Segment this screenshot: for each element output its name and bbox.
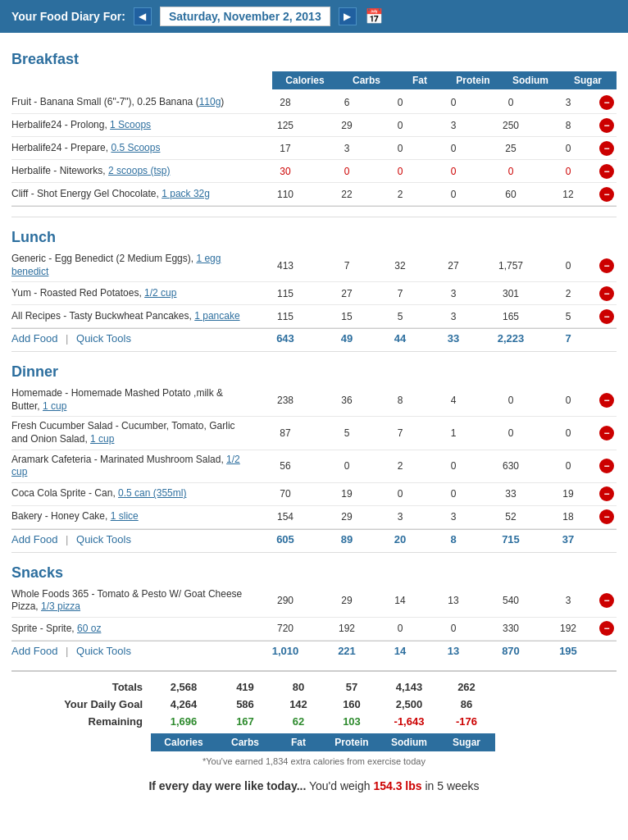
remove-food-button[interactable]: − <box>599 118 614 133</box>
food-fat: 0 <box>375 619 425 637</box>
bottom-col-fat: Fat <box>274 733 323 751</box>
prev-date-button[interactable]: ◀ <box>134 7 152 25</box>
lunch-title: Lunch <box>11 229 617 246</box>
next-date-button[interactable]: ▶ <box>339 7 357 25</box>
remove-food-button[interactable]: − <box>599 593 614 608</box>
food-serving-link[interactable]: 1 Scoops <box>110 119 151 130</box>
remaining-row: Remaining 1,696 167 62 103 -1,643 -176 <box>11 713 617 730</box>
bottom-weight: 154.3 lbs <box>373 779 421 792</box>
food-serving-link[interactable]: 60 oz <box>77 623 101 634</box>
daily-goal-row: Your Daily Goal 4,264 586 142 160 2,500 … <box>11 696 617 713</box>
table-row: All Recipes - Tasty Buckwheat Pancakes, … <box>11 305 617 328</box>
quick-tools-link[interactable]: Quick Tools <box>76 533 131 546</box>
remove-food-button[interactable]: − <box>599 309 614 324</box>
food-serving-link[interactable]: 1 pack 32g <box>162 188 210 199</box>
food-name: Sprite - Sprite, 60 oz <box>11 619 253 639</box>
remaining-protein: 103 <box>323 715 380 728</box>
remove-food-button[interactable]: − <box>599 621 614 636</box>
food-serving-link[interactable]: 2 scoops (tsp) <box>108 165 170 176</box>
food-serving-link[interactable]: 1 pancake <box>194 310 239 322</box>
food-calories: 720 <box>253 619 318 637</box>
summary-totals-row: Totals 2,568 419 80 57 4,143 262 <box>11 678 617 696</box>
food-serving-link[interactable]: 1 slice <box>111 510 139 522</box>
summary-total-fat: 80 <box>274 681 323 693</box>
food-carbs: 5 <box>318 424 375 442</box>
calendar-icon[interactable]: 📅 <box>365 7 383 25</box>
quick-tools-link[interactable]: Quick Tools <box>76 645 131 657</box>
food-name: Fruit - Banana Small (6"-7"), 0.25 Banan… <box>11 93 253 112</box>
food-sodium: 0 <box>482 391 539 409</box>
food-calories: 56 <box>253 457 318 475</box>
remaining-calories: 1,696 <box>151 715 216 728</box>
food-name: All Recipes - Tasty Buckwheat Pancakes, … <box>11 307 253 326</box>
food-serving-link[interactable]: 0.5 Scoops <box>111 142 160 153</box>
food-name: Herbalife24 - Prepare, 0.5 Scoops <box>11 139 253 158</box>
food-carbs: 192 <box>318 619 375 637</box>
remaining-label: Remaining <box>11 715 151 728</box>
food-sugar: 192 <box>539 619 597 637</box>
food-serving-link[interactable]: 0.5 can (355ml) <box>118 487 186 499</box>
quick-tools-link[interactable]: Quick Tools <box>76 332 131 345</box>
table-row: Herbalife24 - Prolong, 1 Scoops 125 29 0… <box>11 114 617 137</box>
remove-food-button[interactable]: − <box>599 393 614 408</box>
food-sodium: 540 <box>482 591 539 609</box>
add-food-link[interactable]: Add Food <box>11 645 57 657</box>
food-fat: 0 <box>375 485 425 503</box>
food-calories: 238 <box>253 391 318 409</box>
food-sugar: 0 <box>539 139 597 158</box>
lunch-total-sodium: 2,223 <box>482 332 539 345</box>
food-sugar: 2 <box>539 285 597 303</box>
food-sodium: 0 <box>482 94 539 112</box>
food-serving-link[interactable]: 1/2 cup <box>144 287 176 299</box>
remove-food-button[interactable]: − <box>599 164 614 179</box>
dinner-total-calories: 605 <box>253 533 318 546</box>
food-calories: 125 <box>253 116 318 135</box>
remove-food-button[interactable]: − <box>599 486 614 501</box>
remove-food-button[interactable]: − <box>599 258 614 273</box>
remove-food-button[interactable]: − <box>599 95 614 110</box>
remove-food-button[interactable]: − <box>599 509 614 524</box>
food-fat: 14 <box>375 591 425 609</box>
goal-sugar: 86 <box>438 698 495 710</box>
food-name: Cliff - Shot Energy Gel Chocolate, 1 pac… <box>11 185 253 204</box>
dinner-title: Dinner <box>11 363 617 381</box>
food-fat: 7 <box>375 424 425 442</box>
lunch-total-sugar: 7 <box>539 332 597 345</box>
remove-food-button[interactable]: − <box>599 459 614 473</box>
food-serving-link[interactable]: 1 cup <box>90 433 114 445</box>
col-carbs: Carbs <box>338 71 395 89</box>
add-food-link[interactable]: Add Food <box>11 332 57 345</box>
snacks-footer: Add Food | Quick Tools <box>11 645 253 657</box>
goal-protein: 160 <box>323 698 380 710</box>
food-name: Whole Foods 365 - Tomato & Pesto W/ Goat… <box>11 585 253 617</box>
remove-food-button[interactable]: − <box>599 141 614 156</box>
food-serving-link[interactable]: 1/2 cup <box>11 454 240 478</box>
food-serving-link[interactable]: 110g <box>199 96 221 107</box>
food-calories: 30 <box>253 162 318 180</box>
food-calories: 70 <box>253 485 318 503</box>
food-protein: 3 <box>425 308 482 326</box>
summary-total-calories: 2,568 <box>151 681 216 693</box>
remove-food-button[interactable]: − <box>599 187 614 202</box>
food-sodium: 330 <box>482 619 539 637</box>
dinner-total-sodium: 715 <box>482 533 539 546</box>
food-serving-link[interactable]: 1 cup <box>43 400 66 412</box>
lunch-total-protein: 33 <box>425 332 482 345</box>
food-serving-link[interactable]: 1 egg benedict <box>11 253 221 277</box>
food-sugar: 0 <box>539 391 597 409</box>
add-food-link[interactable]: Add Food <box>11 533 57 546</box>
remaining-fat: 62 <box>274 715 323 728</box>
food-fat: 0 <box>375 116 425 135</box>
food-sodium: 25 <box>482 139 539 158</box>
food-sugar: 5 <box>539 308 597 326</box>
table-row: Sprite - Sprite, 60 oz 720 192 0 0 330 1… <box>11 618 617 641</box>
breakfast-footer: Add Food|Quick Tools310602333523 <box>11 206 617 213</box>
remove-food-button[interactable]: − <box>599 286 614 301</box>
remove-food-button[interactable]: − <box>599 426 614 441</box>
col-protein: Protein <box>444 71 502 89</box>
food-serving-link[interactable]: 1/3 pizza <box>41 600 80 612</box>
food-sugar: 12 <box>539 185 597 203</box>
food-carbs: 19 <box>318 485 375 503</box>
food-calories: 28 <box>253 94 318 112</box>
lunch-total-carbs: 49 <box>318 332 375 345</box>
